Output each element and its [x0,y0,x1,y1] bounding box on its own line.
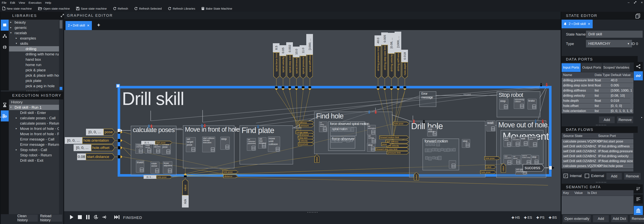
minimize-icon[interactable]: – [628,1,630,4]
data-tag-hole-pose[interactable]: hole pose [393,122,409,125]
skip-to-end-icon[interactable] [114,215,120,220]
node-stop[interactable]: stop [462,139,470,148]
step-over-icon[interactable] [94,215,98,220]
node-rotate-vector[interactable]: rotate vector [144,144,152,154]
ontology-bank-icon[interactable] [634,206,643,215]
data-tag-pressure[interactable]: pressure [300,124,314,127]
library-item-drilling-with-home-run[interactable]: drilling with home run [9,51,59,57]
chevron-down-icon[interactable]: ▾ [10,106,12,109]
close-tab-icon[interactable]: ✕ [588,22,590,26]
toolbar-refresh[interactable]: Refresh [111,5,132,12]
data-flow-row[interactable]: self.Drill skill.OZABHZIP.list.drilling.… [562,144,634,149]
chevron-down-icon[interactable]: ▾ [16,42,17,45]
section-divider-handle[interactable] [589,182,613,183]
toolbar-save-state-machine[interactable]: Save state machine [74,5,111,12]
panel-divider-handle[interactable] [20,91,44,91]
history-item-drill-skill-enter[interactable]: Drill skill - Enter [9,110,59,115]
data-tag-hole-pose[interactable]: hole pose [480,170,496,174]
history-item-stop-robot-call[interactable]: ▸Stop robot - Call [9,147,59,153]
node-rotate-vector[interactable]: rotate vector [504,137,512,147]
maximize-icon[interactable] [634,1,636,4]
chevron-right-icon[interactable]: ▸ [16,36,17,39]
node-start-collision-tolerant-execution[interactable]: start collision tolerant execution [202,137,215,152]
data-tag-distance[interactable]: distance [223,175,238,178]
hierarchy-icon[interactable] [1,31,9,42]
tab-output-ports[interactable]: Output Ports [582,63,602,72]
menu-file[interactable]: File [0,1,8,4]
data-port-row[interactable]: drilling.step size limitfloat0.005 [562,83,634,88]
history-item-calculate-poses-return[interactable]: calculate poses - Return [9,121,59,126]
chevron-right-icon[interactable]: ▸ [10,26,12,29]
library-item-beauty[interactable]: ▸beauty [9,20,59,25]
snap-button-ps[interactable]: ✚PS [536,216,544,220]
node-set-target-pose[interactable]: set target pose [186,137,196,152]
library-book-icon[interactable] [1,20,9,31]
node-move-until-collision[interactable]: move until collision [268,137,280,152]
toolbar-open-state-machine[interactable]: Open state machine [36,5,74,12]
node-start-execution[interactable]: start execution [504,155,512,165]
data-flows-remove-button[interactable]: Remove [624,173,641,180]
semantic-remove-button[interactable]: Remove [630,215,644,222]
history-item-drill-skill-exit[interactable]: Drill skill - Exit [9,158,59,163]
canvas[interactable]: Drill skillcalculate posesMove in front … [64,30,560,211]
menu-edit[interactable]: Edit [8,1,17,4]
toolbar-bake-state-machine[interactable]: Bake State Machine [199,5,236,12]
close-tab-icon[interactable]: ✕ [87,24,90,27]
data-tag-hole-pose[interactable]: hole pose [484,156,500,160]
data-tag-hole-pose[interactable]: hole pose [156,175,172,179]
node-stop-drilling[interactable]: stop drilling [427,127,437,136]
clean-history-button[interactable]: Clean history [17,215,38,222]
library-item-home-run[interactable]: home run [9,62,59,67]
external-checkbox[interactable]: External [585,174,604,178]
data-port-row[interactable]: drilling.pressure limitfloat40.0 [562,78,634,83]
history-item-error-message-return[interactable]: Error message - Return [9,142,59,147]
data-port-row[interactable]: drilling.stiffnesslist[1000, 1000, 1 [562,88,634,93]
node-acknowledge-collision[interactable]: acknowledge collision [514,98,524,109]
menu-help[interactable]: Help [43,1,53,4]
tab-drill-skill[interactable]: 2 • Drill skill ✕ [66,21,92,30]
node-skill[interactable] [449,160,456,169]
library-item-skills[interactable]: ▾skills [9,41,59,46]
library-item-racelab[interactable]: ▾racelab [9,30,59,35]
library-item-pick-place[interactable]: pick & place [9,67,59,73]
data-tag-forward-step-size-limit[interactable]: forward step size limit [376,147,409,151]
history-item-calculate-poses-call[interactable]: ▸calculate poses - Call [9,115,59,121]
close-icon[interactable]: × [641,0,643,4]
snap-button-hs[interactable]: ✚HS [512,216,520,220]
data-tag-start-pose[interactable]: start pose [155,141,172,144]
library-item-examples[interactable]: ▸examples [9,35,59,41]
toolbar-refresh-libraries[interactable]: Refresh Libraries [166,5,199,12]
chevron-right-icon[interactable]: ▸ [16,116,17,119]
dock-icon[interactable] [60,13,64,19]
open-externally-button[interactable]: Open externally [563,215,591,222]
data-tag-hole-pose[interactable]: hole pose [222,170,238,174]
node-linear-adjustment[interactable]: linear adjustment [153,143,160,154]
data-flows-add-button[interactable]: Add [606,173,622,180]
history-item-stop-robot-return[interactable]: Stop robot - Return [9,153,59,158]
link-icon[interactable] [634,71,643,80]
pause-icon[interactable] [86,215,90,219]
node-calc-max-distance[interactable]: calc max distance [258,137,266,149]
expand-right-arrow[interactable]: ▸ [641,116,642,119]
step-into-icon[interactable] [102,215,107,220]
menu-view[interactable]: View [17,1,27,4]
node-invert[interactable]: Invert [136,160,144,173]
state-name-input[interactable] [586,31,642,38]
chevron-right-icon[interactable]: ▸ [16,127,17,130]
data-flows-hscrollbar[interactable] [562,169,634,172]
bottom-handle[interactable] [300,212,324,213]
toolbar-new-state-machine[interactable]: New state machine [0,5,36,12]
snap-button-bs[interactable]: ✚BS [548,216,557,220]
node-wait[interactable]: wait [486,120,496,131]
history-item-move-in-front-of-hole-call[interactable]: ▸Move in front of hole - Call [9,126,59,131]
libraries-scrollbar[interactable] [60,20,62,90]
data-tag-velocity[interactable]: velocity [300,139,314,142]
node-set-cartesian-parameters[interactable]: set Cartesian parameters [247,138,256,151]
node-snapped-orientation[interactable]: snapped orientation [135,143,143,154]
node-brake[interactable]: brake [528,99,536,109]
state-editor-tab[interactable]: 2 • Drill skill ✕ [562,20,593,28]
stop-icon[interactable] [78,215,82,219]
node-start-execution[interactable]: start execution [512,137,520,147]
node-stop[interactable]: stop [367,143,375,152]
chevron-down-icon[interactable]: ▾ [10,31,12,34]
